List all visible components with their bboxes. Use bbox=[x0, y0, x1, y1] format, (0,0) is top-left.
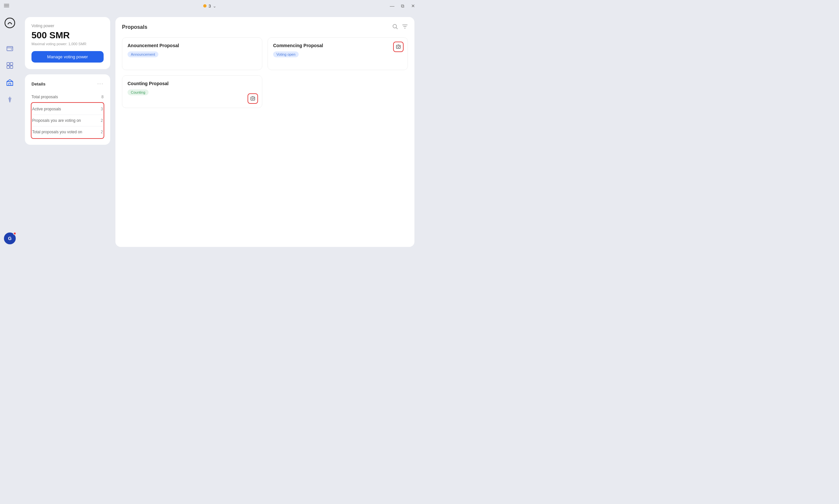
proposals-voting-row: Proposals you are voting on 2 bbox=[32, 115, 103, 126]
details-card: Details ··· Total proposals 8 Active pro… bbox=[25, 74, 110, 145]
svg-rect-10 bbox=[9, 83, 11, 86]
avatar-notification-badge bbox=[13, 232, 16, 235]
active-proposals-value: 3 bbox=[101, 107, 103, 111]
titlebar: 3 ⌄ — ⧉ ✕ bbox=[0, 0, 420, 12]
user-avatar[interactable]: G bbox=[4, 233, 16, 244]
highlighted-rows: Active proposals 3 Proposals you are vot… bbox=[31, 102, 104, 139]
left-panel: Voting power 500 SMR Maximal voting powe… bbox=[25, 17, 110, 247]
proposal-counting-button[interactable] bbox=[247, 93, 258, 104]
total-proposals-label: Total proposals bbox=[32, 95, 58, 99]
proposals-grid: Anouncement Proposal Announcement Commen… bbox=[122, 37, 408, 108]
svg-rect-0 bbox=[4, 4, 9, 4]
svg-rect-9 bbox=[10, 66, 13, 69]
total-proposals-value: 8 bbox=[101, 95, 104, 99]
sidebar-item-tools[interactable] bbox=[5, 94, 15, 105]
proposals-panel: Proposals bbox=[115, 17, 414, 247]
proposals-voting-label: Proposals you are voting on bbox=[32, 118, 81, 123]
tab-count: 3 bbox=[208, 4, 211, 8]
proposals-title: Proposals bbox=[122, 24, 147, 30]
sidebar-item-wallet[interactable] bbox=[5, 43, 15, 54]
svg-rect-8 bbox=[7, 66, 10, 69]
voting-power-amount: 500 SMR bbox=[32, 30, 104, 41]
voting-power-card: Voting power 500 SMR Maximal voting powe… bbox=[25, 17, 110, 69]
proposal-name: Counting Proposal bbox=[127, 81, 257, 86]
total-voted-label: Total proposals you voted on bbox=[32, 130, 82, 134]
window-controls: — ⧉ ✕ bbox=[390, 3, 416, 8]
proposal-badge: Announcement bbox=[127, 51, 158, 57]
sidebar-nav bbox=[5, 43, 15, 105]
total-voted-row: Total proposals you voted on 2 bbox=[32, 126, 103, 138]
svg-point-5 bbox=[11, 49, 12, 50]
close-button[interactable]: ✕ bbox=[410, 3, 416, 8]
search-icon[interactable] bbox=[392, 23, 398, 31]
proposal-badge: Voting open bbox=[273, 51, 299, 57]
proposal-card-announcement: Anouncement Proposal Announcement bbox=[122, 37, 262, 70]
proposals-actions bbox=[392, 23, 408, 31]
total-voted-value: 2 bbox=[101, 130, 103, 134]
svg-rect-7 bbox=[10, 62, 13, 65]
proposal-badge: Counting bbox=[127, 89, 149, 95]
svg-rect-2 bbox=[4, 6, 9, 7]
minimize-button[interactable]: — bbox=[390, 3, 395, 8]
svg-rect-6 bbox=[7, 62, 10, 65]
details-title: Details bbox=[32, 82, 46, 87]
sidebar: G bbox=[0, 12, 20, 252]
details-more-button[interactable]: ··· bbox=[97, 81, 104, 87]
main-content: Voting power 500 SMR Maximal voting powe… bbox=[20, 12, 420, 252]
proposal-card-counting: Counting Proposal Counting bbox=[122, 75, 262, 108]
titlebar-center: 3 ⌄ bbox=[203, 4, 217, 8]
proposal-name: Anouncement Proposal bbox=[127, 43, 257, 48]
proposal-name: Commencing Proposal bbox=[273, 43, 402, 48]
svg-rect-4 bbox=[7, 47, 13, 51]
chevron-down-icon[interactable]: ⌄ bbox=[213, 4, 217, 8]
status-dot bbox=[203, 4, 207, 7]
manage-voting-power-button[interactable]: Manage voting power bbox=[32, 51, 104, 62]
avatar-letter: G bbox=[8, 236, 12, 241]
voting-power-label: Voting power bbox=[32, 23, 104, 28]
app-logo[interactable] bbox=[4, 17, 16, 29]
maximize-button[interactable]: ⧉ bbox=[400, 3, 405, 8]
proposals-header: Proposals bbox=[122, 23, 408, 31]
proposals-voting-value: 2 bbox=[101, 118, 103, 123]
proposal-card-commencing: Commencing Proposal Voting open bbox=[268, 37, 408, 70]
filter-icon[interactable] bbox=[402, 23, 408, 31]
sidebar-item-grid[interactable] bbox=[5, 60, 15, 71]
voting-power-max: Maximal voting power: 1,000 SMR bbox=[32, 42, 104, 46]
app-layout: G Voting power 500 SMR Maximal voting po… bbox=[0, 12, 420, 252]
proposal-vote-button[interactable] bbox=[393, 41, 404, 52]
total-proposals-row: Total proposals 8 bbox=[32, 91, 104, 103]
svg-rect-1 bbox=[4, 5, 9, 6]
sidebar-item-governance[interactable] bbox=[5, 77, 15, 88]
details-header: Details ··· bbox=[32, 81, 104, 87]
menu-icon[interactable] bbox=[4, 3, 9, 9]
active-proposals-row: Active proposals 3 bbox=[32, 104, 103, 115]
active-proposals-label: Active proposals bbox=[32, 107, 61, 111]
